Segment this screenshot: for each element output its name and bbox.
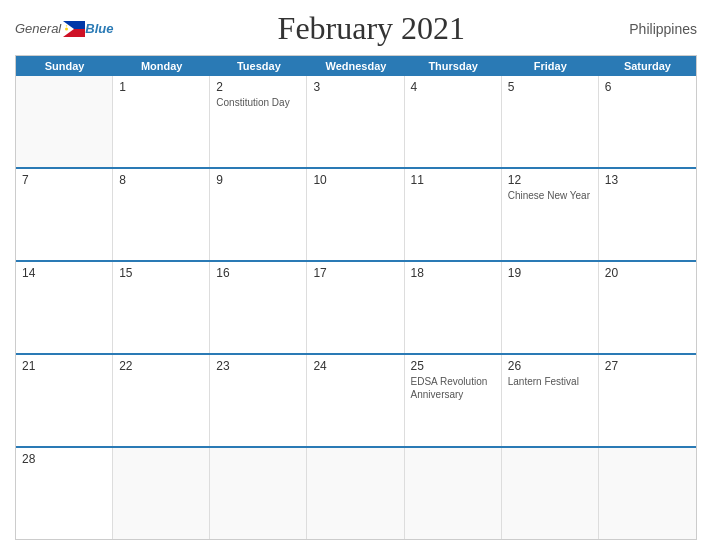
- calendar-week-4: 2122232425EDSA Revolution Anniversary26L…: [16, 353, 696, 446]
- day-number: 17: [313, 266, 397, 280]
- cal-cell: [502, 448, 599, 539]
- day-number: 24: [313, 359, 397, 373]
- cal-cell: 5: [502, 76, 599, 167]
- day-number: 1: [119, 80, 203, 94]
- day-number: 10: [313, 173, 397, 187]
- svg-point-3: [65, 27, 68, 30]
- cal-cell: 23: [210, 355, 307, 446]
- cal-cell: 9: [210, 169, 307, 260]
- day-number: 28: [22, 452, 106, 466]
- calendar-header: Sunday Monday Tuesday Wednesday Thursday…: [16, 56, 696, 76]
- cal-cell: 1: [113, 76, 210, 167]
- day-number: 27: [605, 359, 690, 373]
- logo: General Blue: [15, 21, 113, 37]
- cal-cell: 28: [16, 448, 113, 539]
- cal-cell: 24: [307, 355, 404, 446]
- day-number: 4: [411, 80, 495, 94]
- logo-blue: Blue: [85, 21, 113, 36]
- cal-cell: 6: [599, 76, 696, 167]
- cal-cell: 2Constitution Day: [210, 76, 307, 167]
- header-tuesday: Tuesday: [210, 56, 307, 76]
- day-number: 6: [605, 80, 690, 94]
- cal-cell: [113, 448, 210, 539]
- day-number: 25: [411, 359, 495, 373]
- month-title: February 2021: [278, 10, 466, 47]
- day-number: 12: [508, 173, 592, 187]
- day-number: 8: [119, 173, 203, 187]
- cal-cell: 20: [599, 262, 696, 353]
- day-number: 13: [605, 173, 690, 187]
- cal-cell: 8: [113, 169, 210, 260]
- cal-cell: 21: [16, 355, 113, 446]
- calendar-week-3: 14151617181920: [16, 260, 696, 353]
- calendar-page: General Blue February 2021 Philippines S…: [0, 0, 712, 550]
- country-label: Philippines: [629, 21, 697, 37]
- header-monday: Monday: [113, 56, 210, 76]
- cal-cell: 26Lantern Festival: [502, 355, 599, 446]
- day-number: 26: [508, 359, 592, 373]
- day-number: 22: [119, 359, 203, 373]
- cal-cell: [210, 448, 307, 539]
- event-label: Lantern Festival: [508, 375, 592, 388]
- cal-cell: 18: [405, 262, 502, 353]
- cal-cell: 11: [405, 169, 502, 260]
- cal-cell: [405, 448, 502, 539]
- cal-cell: 27: [599, 355, 696, 446]
- calendar-week-1: 12Constitution Day3456: [16, 76, 696, 167]
- cal-cell: 19: [502, 262, 599, 353]
- logo-flag-icon: [63, 21, 85, 37]
- calendar-grid: Sunday Monday Tuesday Wednesday Thursday…: [15, 55, 697, 540]
- cal-cell: [599, 448, 696, 539]
- page-header: General Blue February 2021 Philippines: [15, 10, 697, 47]
- cal-cell: 4: [405, 76, 502, 167]
- day-number: 19: [508, 266, 592, 280]
- cal-cell: 15: [113, 262, 210, 353]
- day-number: 20: [605, 266, 690, 280]
- header-friday: Friday: [502, 56, 599, 76]
- header-saturday: Saturday: [599, 56, 696, 76]
- header-wednesday: Wednesday: [307, 56, 404, 76]
- day-number: 21: [22, 359, 106, 373]
- day-number: 7: [22, 173, 106, 187]
- cal-cell: 7: [16, 169, 113, 260]
- header-sunday: Sunday: [16, 56, 113, 76]
- day-number: 16: [216, 266, 300, 280]
- cal-cell: 13: [599, 169, 696, 260]
- day-number: 2: [216, 80, 300, 94]
- cal-cell: 10: [307, 169, 404, 260]
- event-label: Chinese New Year: [508, 189, 592, 202]
- cal-cell: 12Chinese New Year: [502, 169, 599, 260]
- cal-cell: [307, 448, 404, 539]
- day-number: 3: [313, 80, 397, 94]
- day-number: 18: [411, 266, 495, 280]
- logo-general: General: [15, 21, 61, 36]
- cal-cell: 25EDSA Revolution Anniversary: [405, 355, 502, 446]
- cal-cell: [16, 76, 113, 167]
- day-number: 9: [216, 173, 300, 187]
- cal-cell: 3: [307, 76, 404, 167]
- header-thursday: Thursday: [405, 56, 502, 76]
- cal-cell: 22: [113, 355, 210, 446]
- cal-cell: 17: [307, 262, 404, 353]
- event-label: EDSA Revolution Anniversary: [411, 375, 495, 401]
- event-label: Constitution Day: [216, 96, 300, 109]
- day-number: 11: [411, 173, 495, 187]
- cal-cell: 14: [16, 262, 113, 353]
- day-number: 5: [508, 80, 592, 94]
- calendar-body: 12Constitution Day3456789101112Chinese N…: [16, 76, 696, 539]
- calendar-week-2: 789101112Chinese New Year13: [16, 167, 696, 260]
- day-number: 14: [22, 266, 106, 280]
- day-number: 23: [216, 359, 300, 373]
- day-number: 15: [119, 266, 203, 280]
- calendar-week-5: 28: [16, 446, 696, 539]
- cal-cell: 16: [210, 262, 307, 353]
